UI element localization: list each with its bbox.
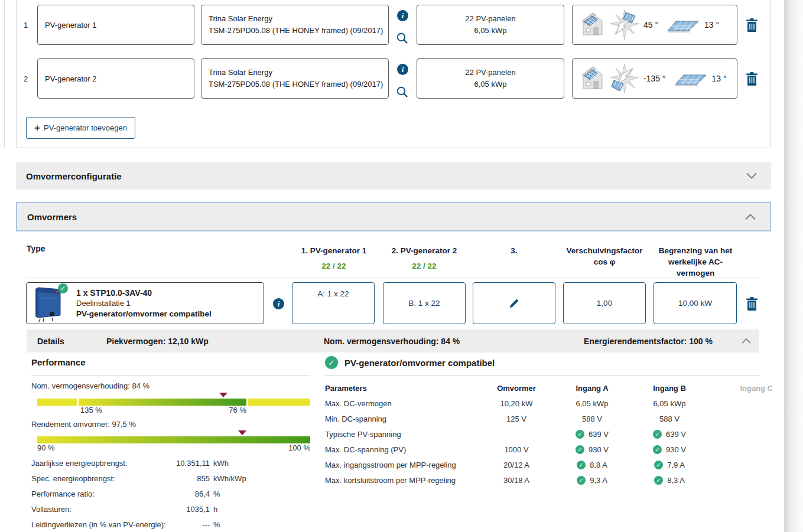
inverter-value: 20/12 A (481, 461, 552, 469)
column-label: 2. PV-generator 2 (382, 245, 466, 256)
value-text: 639 V (666, 430, 686, 439)
module-select[interactable]: Trina Solar Energy TSM-275PD05.08 (THE H… (201, 5, 389, 45)
value-text: 7,9 A (667, 461, 685, 469)
chevron-up-icon[interactable] (745, 214, 756, 220)
compatibility-title: PV-generator/omvormer compatibel (344, 358, 495, 368)
cos-phi-value: 1,00 (597, 299, 612, 308)
input-b-value: ✓ 930 V (632, 445, 707, 454)
module-select[interactable]: Trina Solar Energy TSM-275PD05.08 (THE H… (201, 58, 389, 99)
input-b-value: 6,05 kWp (632, 399, 707, 408)
input-b-col-header: Ingang B (632, 384, 707, 393)
edit-pencil-icon (508, 298, 520, 309)
generator-name-input[interactable]: PV-generator 1 (37, 5, 194, 45)
roof-house-icon (580, 65, 606, 92)
delete-row-icon[interactable] (746, 18, 758, 32)
ac-limit-input[interactable]: 10,00 kW (654, 282, 737, 324)
generator-2-assignment-box[interactable]: B: 1 x 22 (383, 282, 466, 324)
panel-power: 6,05 kWp (474, 25, 507, 37)
inverter-value: 125 V (481, 414, 552, 423)
cos-phi-input[interactable]: 1,00 (563, 282, 646, 324)
azimuth-value: 45 ° (643, 20, 658, 30)
ok-check-icon: ✓ (654, 476, 663, 485)
scale-tick: 76 % (229, 406, 246, 414)
peak-power: Piekvermogen: 12,10 kWp (106, 329, 209, 353)
inverter-col-header: Omvormer (481, 384, 552, 393)
assigned-count: 22 / 22 (382, 260, 466, 272)
section-title: Omvormerconfiguratie (26, 171, 122, 181)
panel-count: 22 PV-panelen (465, 67, 515, 79)
panel-count-box[interactable]: 22 PV-panelen 6,05 kWp (417, 5, 564, 45)
bar-marker (238, 430, 246, 435)
pv-generator-row: 2 PV-generator 2 Trina Solar Energy TSM-… (0, 58, 803, 99)
inverter-card[interactable]: ✓ 1 x STP10.0-3AV-40 Deelinstallatie 1 P… (26, 282, 264, 324)
ac-limit-value: 10,00 kW (678, 299, 712, 308)
column-label: Begrenzing van het werkelijke AC-vermoge… (654, 245, 737, 279)
delete-inverter-icon[interactable] (746, 297, 758, 311)
stat-value: 86,4 (106, 489, 210, 498)
chevron-down-icon[interactable] (746, 173, 757, 179)
input-a-value: ✓ 8,8 A (552, 461, 632, 469)
param-label: Min. DC-spanning (325, 414, 481, 423)
stat-label: Vollasturen: (31, 505, 71, 514)
input-a-value: 588 V (552, 414, 632, 423)
module-type: TSM-275PD05.08 (THE HONEY framed) (09/20… (209, 25, 388, 37)
chevron-up-icon[interactable] (742, 338, 751, 344)
panel-count-box[interactable]: 22 PV-panelen 6,05 kWp (417, 58, 564, 99)
generator-3-assignment-box[interactable] (473, 282, 555, 324)
compatibility-header: ✓ PV-generator/omvormer compatibel (325, 356, 495, 369)
param-label: Max. kortsluitstroom per MPP-regeling (325, 476, 481, 485)
orientation-box[interactable]: -135 ° 13 ° (572, 58, 737, 99)
parameters-table: Parameters Omvormer Ingang A Ingang B In… (325, 380, 773, 488)
details-toggle-bar[interactable]: Details Piekvermogen: 12,10 kWp Nom. ver… (27, 329, 759, 353)
info-icon[interactable]: i (273, 298, 284, 309)
type-column-label: Type (27, 244, 45, 253)
module-type: TSM-275PD05.08 (THE HONEY framed) (09/20… (209, 79, 388, 90)
column-header-ac-limit: Begrenzing van het werkelijke AC-vermoge… (654, 245, 737, 279)
scale-tick: 135 % (80, 406, 102, 414)
pv-generator-row: 1 PV-generator 1 Trina Solar Energy TSM-… (0, 5, 803, 45)
add-pv-generator-button[interactable]: + PV-generator toevoegen (26, 117, 135, 139)
nominal-power-ratio: Nom. vermogensverhouding: 84 % (324, 329, 460, 353)
azimuth-compass-icon (609, 9, 640, 41)
ok-check-icon: ✓ (576, 430, 584, 439)
module-manufacturer: Trina Solar Energy (209, 13, 388, 25)
section-title: Omvormers (27, 212, 77, 222)
value-text: 9,3 A (590, 476, 607, 485)
add-pv-generator-label: PV-generator toevoegen (44, 123, 127, 132)
tilt-panel-icon (674, 69, 708, 88)
section-inverters[interactable]: Omvormers (16, 202, 771, 231)
azimuth-compass-icon (609, 63, 640, 94)
pv-design-page: 1 PV-generator 1 Trina Solar Energy TSM-… (0, 0, 803, 532)
column-header-3: 3. (473, 245, 555, 256)
ok-check-icon: ✓ (653, 445, 662, 454)
generator-1-assignment-box[interactable]: A: 1 x 22 (292, 282, 375, 324)
stat-label: Spec. energieopbrengst: (31, 474, 115, 483)
assignment-value: A: 1 x 22 (317, 289, 349, 298)
tilt-value: 13 ° (712, 74, 727, 83)
ok-check-icon: ✓ (654, 461, 663, 469)
search-icon[interactable] (396, 32, 408, 44)
value-text: 639 V (589, 430, 609, 439)
inverter-compatibility-status: PV-generator/omvormer compatibel (76, 309, 212, 319)
plus-icon: + (34, 123, 40, 133)
info-icon[interactable]: i (397, 10, 408, 21)
stat-unit: h (213, 505, 217, 514)
generator-name-input[interactable]: PV-generator 2 (37, 58, 194, 99)
row-number: 2 (24, 58, 28, 99)
generator-name: PV-generator 1 (45, 21, 96, 30)
value-text: 930 V (666, 445, 686, 454)
scale-tick: 90 % (37, 443, 55, 452)
info-icon[interactable]: i (397, 64, 408, 75)
stat-unit: % (213, 520, 220, 529)
divider (325, 376, 759, 376)
orientation-box[interactable]: 45 ° 13 ° (572, 5, 737, 45)
stat-value: 10.351,11 (106, 459, 210, 468)
details-label: Details (37, 329, 64, 353)
energy-efficiency-factor: Energierendementsfactor: 100 % (584, 329, 713, 353)
delete-row-icon[interactable] (746, 72, 758, 86)
stat-label: Performance ratio: (31, 489, 95, 498)
section-inverter-configuration[interactable]: Omvormerconfiguratie (16, 162, 771, 190)
inverter-efficiency-label: Rendement omvormer: 97,5 % (31, 420, 136, 429)
search-icon[interactable] (396, 86, 408, 98)
generator-name: PV-generator 2 (45, 74, 96, 83)
